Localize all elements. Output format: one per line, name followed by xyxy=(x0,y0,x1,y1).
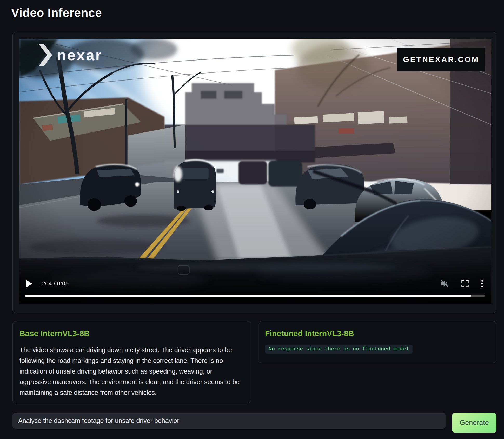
mute-button[interactable] xyxy=(440,280,449,288)
base-model-response: The video shows a car driving down a cit… xyxy=(19,345,244,398)
progress-fill xyxy=(25,295,471,297)
getnexar-banner: GETNEXAR.COM xyxy=(397,48,485,71)
base-model-panel: Base InternVL3-8B The video shows a car … xyxy=(12,321,251,403)
prompt-input[interactable] xyxy=(12,413,446,429)
video-card: nexar GETNEXAR.COM 0:04 / 0:05 xyxy=(12,32,496,313)
nexar-watermark-text: nexar xyxy=(57,48,102,63)
progress-bar[interactable] xyxy=(25,295,485,297)
play-icon xyxy=(26,280,32,288)
kebab-dot xyxy=(481,280,483,282)
dashcam-video[interactable]: nexar GETNEXAR.COM 0:04 / 0:05 xyxy=(19,39,491,304)
kebab-dot xyxy=(481,286,483,287)
nexar-watermark: nexar xyxy=(38,44,102,66)
finetuned-model-response: No response since there is no finetuned … xyxy=(265,345,413,354)
nexar-chevron-icon xyxy=(38,44,52,66)
generate-button[interactable]: Generate xyxy=(452,413,496,433)
more-options-button[interactable] xyxy=(481,280,483,287)
kebab-dot xyxy=(481,283,483,284)
finetuned-model-panel: Finetuned InternVL3-8B No response since… xyxy=(258,321,496,363)
video-controls: 0:04 / 0:05 xyxy=(19,278,491,289)
time-display: 0:04 / 0:05 xyxy=(40,280,69,287)
fullscreen-icon xyxy=(461,280,469,288)
finetuned-model-title: Finetuned InternVL3-8B xyxy=(265,329,489,338)
base-model-title: Base InternVL3-8B xyxy=(19,329,244,338)
muted-speaker-icon xyxy=(440,280,449,288)
prompt-row: Generate xyxy=(12,413,496,433)
fullscreen-button[interactable] xyxy=(461,280,469,288)
page-title: Video Inference xyxy=(11,6,102,20)
play-button[interactable] xyxy=(26,280,32,288)
